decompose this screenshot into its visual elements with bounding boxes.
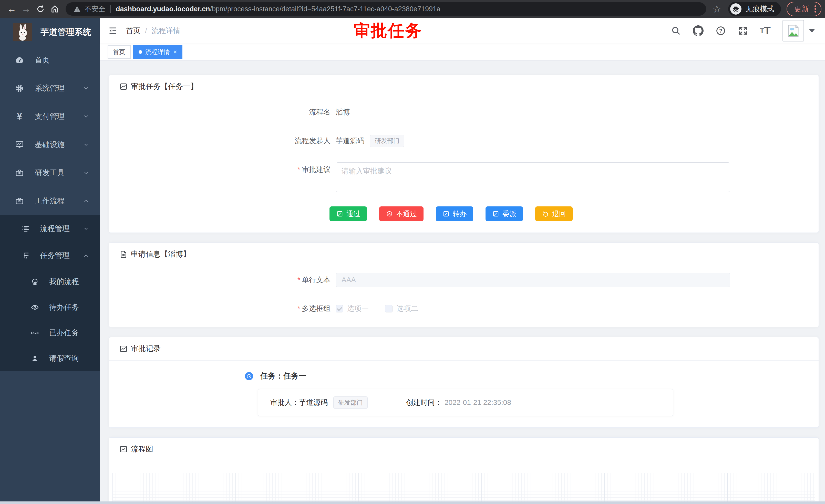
reject-button[interactable]: 不通过 — [379, 206, 424, 221]
text-field-row: *单行文本 — [109, 273, 808, 287]
flow-diagram-card: 流程图 — [108, 437, 819, 504]
sidebar-collapse-icon[interactable] — [107, 26, 118, 36]
card-title: 审批记录 — [131, 344, 161, 354]
sidebar-item-label: 待办任务 — [49, 302, 79, 313]
url-host[interactable]: dashboard.yudao.iocoder.cn — [116, 5, 210, 13]
single-line-text-input — [335, 273, 730, 287]
sidebar-item-label: 请假查询 — [49, 353, 79, 364]
avatar-dropdown-caret[interactable] — [809, 29, 815, 32]
chevron-down-icon — [83, 170, 89, 175]
workflow-submenu: 流程管理 任务管理 — [0, 215, 100, 371]
address-bar[interactable]: 不安全 dashboard.yudao.iocoder.cn /bpm/proc… — [66, 2, 706, 16]
required-asterisk: * — [297, 305, 300, 313]
checkbox-option-1: 选项一 — [335, 304, 369, 314]
timeline-detail-panel: 审批人： 芋道源码 研发部门 创建时间： 2022-01-21 22:35:08 — [258, 389, 673, 416]
sidebar-item-devtools[interactable]: 研发工具 — [0, 159, 100, 187]
sidebar-item-label: 流程管理 — [40, 224, 70, 234]
checkbox-group: 选项一 选项二 — [335, 302, 435, 316]
app-logo-row[interactable]: 芋道管理系统 — [0, 18, 100, 46]
approval-record-card: 审批记录 任务：任务一 审批人： — [108, 337, 819, 428]
opinion-textarea[interactable] — [335, 162, 730, 192]
back-icon[interactable]: ← — [5, 2, 19, 16]
checkbox-icon — [335, 305, 343, 313]
process-name-row: 流程名 滔博 — [109, 105, 808, 119]
sidebar-item-workflow[interactable]: 工作流程 — [0, 187, 100, 215]
bookmark-star-icon[interactable]: ☆ — [712, 3, 722, 15]
close-icon[interactable]: × — [173, 49, 177, 55]
tab-process-detail[interactable]: 流程详情 × — [133, 45, 182, 59]
fullscreen-icon[interactable] — [738, 26, 748, 36]
eye-closed-icon — [30, 329, 40, 337]
card-title: 审批任务【任务一】 — [131, 81, 198, 92]
checkbox-group-row: *多选框组 选项一 选项二 — [109, 302, 808, 316]
return-button[interactable]: 退回 — [535, 206, 573, 221]
incognito-label: 无痕模式 — [746, 4, 774, 14]
sidebar-item-leave-query[interactable]: 请假查询 — [0, 346, 100, 371]
sidebar-item-infra[interactable]: 基础设施 — [0, 131, 100, 159]
flow-icon — [20, 251, 31, 260]
kebab-menu-icon[interactable] — [814, 4, 817, 14]
home-icon[interactable] — [48, 2, 62, 16]
sidebar-item-todo-tasks[interactable]: 待办任务 — [0, 295, 100, 320]
github-icon[interactable] — [693, 25, 703, 36]
reload-icon[interactable] — [33, 2, 48, 16]
sidebar-item-done-tasks[interactable]: 已办任务 — [0, 320, 100, 346]
sidebar-item-my-process[interactable]: 我的流程 — [0, 269, 100, 295]
transfer-button[interactable]: 转办 — [436, 206, 473, 221]
active-dot — [139, 50, 142, 54]
face-icon — [30, 277, 40, 286]
security-label[interactable]: 不安全 — [85, 4, 105, 14]
sidebar-item-label: 基础设施 — [35, 140, 65, 150]
svg-text:?: ? — [719, 28, 722, 33]
breadcrumb-home[interactable]: 首页 — [126, 26, 140, 35]
gear-icon — [14, 84, 24, 93]
approve-button[interactable]: 通过 — [329, 206, 367, 221]
initiator-row: 流程发起人 芋道源码 研发部门 — [109, 134, 808, 148]
not-secure-warning-icon[interactable] — [73, 5, 81, 13]
process-name-value: 滔博 — [335, 105, 350, 119]
chevron-up-icon — [83, 198, 89, 203]
card-header: 流程图 — [109, 438, 819, 461]
dept-tag: 研发部门 — [370, 135, 404, 147]
undo-icon — [542, 210, 549, 218]
action-buttons-row: 通过 不通过 — [109, 206, 808, 221]
toolbox-icon — [14, 168, 24, 177]
sidebar-item-process-mgmt[interactable]: 流程管理 — [0, 215, 100, 242]
search-icon[interactable] — [671, 26, 681, 36]
logo-rabbit-image — [13, 23, 32, 41]
font-size-icon[interactable]: TT — [760, 24, 771, 37]
help-icon[interactable]: ? — [715, 25, 726, 36]
checkbox-option-2: 选项二 — [385, 304, 418, 314]
approve-task-card: 审批任务【任务一】 流程名 滔博 流程发起人 芋道源码 研发部门 — [108, 75, 819, 233]
sidebar-item-label: 首页 — [35, 55, 50, 65]
field-label: *审批建议 — [109, 162, 335, 177]
chevron-down-icon — [83, 142, 89, 147]
forward-icon[interactable]: → — [19, 2, 33, 16]
sidebar-item-task-mgmt[interactable]: 任务管理 — [0, 242, 100, 269]
required-asterisk: * — [297, 276, 300, 284]
created-label: 创建时间： — [406, 398, 442, 408]
bpmn-canvas-grid[interactable] — [112, 473, 815, 504]
eye-open-icon — [30, 303, 40, 312]
apply-info-card: 申请信息【滔博】 *单行文本 *多选框组 选项一 — [108, 243, 819, 327]
sidebar-item-payment[interactable]: ¥ 支付管理 — [0, 102, 100, 131]
sidebar-item-system[interactable]: 系统管理 — [0, 74, 100, 102]
tab-label: 首页 — [113, 48, 125, 56]
sidebar-item-home[interactable]: 首页 — [0, 46, 100, 74]
edit-icon — [336, 210, 343, 218]
url-path[interactable]: /bpm/process-instance/detail?id=54aa251f… — [210, 5, 440, 13]
avatar[interactable] — [782, 20, 804, 41]
tab-home[interactable]: 首页 — [107, 45, 131, 59]
card-title: 申请信息【滔博】 — [131, 249, 191, 259]
required-asterisk: * — [297, 165, 300, 173]
horizontal-scrollbar[interactable] — [0, 501, 825, 504]
chevron-down-icon — [83, 86, 89, 91]
browser-update-button[interactable]: 更新 — [786, 2, 821, 16]
chevron-down-icon — [83, 226, 89, 231]
timeline-task-title: 任务：任务一 — [260, 371, 306, 381]
timeline: 任务：任务一 审批人： 芋道源码 研发部门 创建时间： 2022-01-21 2… — [109, 367, 808, 416]
delegate-button[interactable]: 委派 — [485, 206, 523, 221]
field-label: 流程名 — [109, 105, 335, 119]
tag-tabs-bar: 首页 流程详情 × — [100, 44, 825, 61]
monitor-icon — [14, 140, 24, 149]
